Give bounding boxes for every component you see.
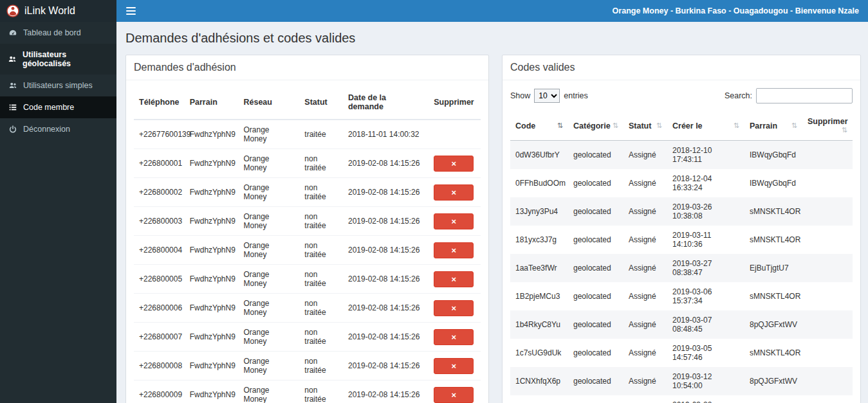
cell-statut: Assigné: [623, 141, 667, 170]
entries-label: entries: [564, 91, 588, 100]
column-header-sortable[interactable]: Statut⇅: [623, 111, 667, 141]
column-header-sortable[interactable]: Parrain⇅: [744, 111, 802, 141]
cell-cree-le: 2019-03-12 10:54:00: [667, 367, 744, 395]
sidebar-item-utilisateurs-simples[interactable]: Utilisateurs simples: [0, 75, 116, 96]
page-size-control: Show 10 entries: [510, 89, 588, 103]
sidebar-item-label: Utilisateurs simples: [23, 81, 93, 90]
demande-row: +226800001FwdhzYphN9Orange Moneynon trai…: [134, 149, 481, 178]
cell-categorie: geolocated: [568, 367, 623, 395]
cell-code: 1b4RkyC8Yu: [510, 310, 568, 339]
cell-supprimer: [802, 395, 853, 403]
delete-button[interactable]: ×: [434, 329, 474, 345]
delete-button[interactable]: ×: [434, 300, 474, 316]
cell-parrain: sMNSKTL4OR: [744, 226, 802, 254]
cell-parrain: 8pQJGFxtWV: [744, 367, 802, 395]
cell-telephone: +22677600139: [134, 120, 185, 149]
delete-button[interactable]: ×: [434, 213, 474, 229]
cell-reseau: Orange Money: [238, 323, 299, 352]
cell-telephone: +226800005: [134, 265, 185, 294]
demande-row: +226800006FwdhzYphN9Orange Moneynon trai…: [134, 294, 481, 323]
delete-button[interactable]: ×: [434, 271, 474, 287]
cell-code: 1aaTee3fWr: [510, 254, 568, 282]
column-header-sortable[interactable]: Supprimer⇅: [802, 111, 853, 141]
cell-code: 1c7sUG9dUk: [510, 339, 568, 367]
users-icon: [8, 55, 17, 64]
cell-date: 2019-02-08 14:15:26: [343, 149, 429, 178]
cell-statut: Assigné: [623, 367, 667, 395]
demandes-panel: Demandes d'adhésion TéléphoneParrainRése…: [125, 55, 489, 403]
cell-telephone: +226800003: [134, 207, 185, 236]
cell-cree-le: 2019-03-22 08:45:22: [667, 395, 744, 403]
demande-row: +226800009FwdhzYphN9Orange Moneynon trai…: [134, 381, 481, 403]
sort-icon[interactable]: ⇅: [734, 121, 739, 130]
sort-icon[interactable]: ⇅: [613, 121, 618, 130]
cell-reseau: Orange Money: [238, 294, 299, 323]
sidebar-item-deconnexion[interactable]: Déconnexion: [0, 118, 116, 140]
sidebar-item-tableau-de-bord[interactable]: Tableau de bord: [0, 22, 116, 44]
cell-cree-le: 2018-12-10 17:43:11: [667, 141, 744, 170]
cell-date: 2019-02-08 14:15:26: [343, 207, 429, 236]
cell-categorie: geolocated: [568, 282, 623, 310]
cell-parrain: FwdhzYphN9: [185, 265, 239, 294]
sort-icon[interactable]: ⇅: [842, 126, 847, 134]
column-header: Supprimer: [429, 85, 481, 120]
column-header-sortable[interactable]: Créer le⇅: [667, 111, 744, 141]
cell-statut: Assigné: [623, 226, 667, 254]
column-header-sortable[interactable]: Catégorie⇅: [568, 111, 623, 141]
demande-row: +22677600139FwdhzYphN9Orange Moneytraité…: [134, 120, 481, 149]
cell-supprimer: [802, 310, 853, 339]
delete-button[interactable]: ×: [434, 184, 474, 201]
search-input[interactable]: [756, 88, 853, 103]
cell-reseau: Orange Money: [238, 207, 299, 236]
delete-button[interactable]: ×: [434, 242, 474, 258]
sort-icon[interactable]: ⇅: [791, 121, 797, 130]
delete-button[interactable]: ×: [434, 358, 474, 374]
code-row: 1b4RkyC8YugeolocatedAssigné2019-03-07 08…: [510, 310, 853, 339]
cell-code: 1B2pjeMCu3: [510, 282, 568, 310]
cell-supprimer: [802, 339, 853, 367]
code-row: 181yxc3J7ggeolocatedAssigné2019-03-11 14…: [510, 226, 853, 254]
cell-statut: non traitée: [299, 178, 343, 207]
sidebar-toggle-button[interactable]: [116, 0, 145, 22]
sort-icon[interactable]: ⇅: [557, 121, 563, 130]
cell-reseau: Orange Money: [238, 178, 299, 207]
cell-supprimer: [802, 169, 853, 197]
sort-icon[interactable]: ⇅: [656, 121, 662, 130]
cell-parrain: sMNSKTL4OR: [744, 339, 802, 367]
cell-date: 2019-02-08 14:15:26: [343, 265, 429, 294]
cell-parrain: FwdhzYphN9: [185, 236, 239, 265]
code-row: 13Jyny3Pu4geolocatedAssigné2019-03-26 10…: [510, 197, 853, 226]
demande-row: +226800004FwdhzYphN9Orange Moneynon trai…: [134, 236, 481, 265]
cell-statut: Assigné: [623, 254, 667, 282]
cell-categorie: geolocated: [568, 339, 623, 367]
hamburger-icon: [126, 7, 136, 8]
code-row: 1CNXhfqX6pgeolocatedAssigné2019-03-12 10…: [510, 367, 853, 395]
column-header: Téléphone: [134, 85, 185, 120]
column-header-sortable[interactable]: Code⇅: [510, 111, 568, 141]
sidebar-item-code-membre[interactable]: Code membre: [0, 96, 116, 118]
page-size-select[interactable]: 10: [534, 89, 560, 103]
brand-logo[interactable]: iLink World: [0, 0, 116, 22]
sidebar-item-label: Code membre: [23, 103, 74, 112]
sidebar-item-label: Utilisateurs géolocalisés: [23, 50, 109, 68]
cell-code: 0FFhBudOOm: [510, 169, 568, 197]
delete-button[interactable]: ×: [434, 387, 474, 403]
sidebar: Tableau de bordUtilisateurs géolocalisés…: [0, 22, 116, 403]
cell-telephone: +226800002: [134, 178, 185, 207]
sidebar-item-utilisateurs-geolocalises[interactable]: Utilisateurs géolocalisés: [0, 44, 116, 75]
codes-panel-title: Codes valides: [510, 62, 853, 73]
cell-supprimer: [802, 254, 853, 282]
cell-parrain: FwdhzYphN9: [185, 120, 239, 149]
cell-statut: non traitée: [299, 381, 343, 403]
column-header: Date de la demande: [343, 85, 429, 120]
cell-statut: non traitée: [299, 207, 343, 236]
delete-button[interactable]: ×: [434, 156, 474, 172]
page-title: Demandes d'adhésions et codes valides: [125, 31, 859, 46]
x-icon: ×: [451, 390, 456, 400]
cell-reseau: Orange Money: [238, 381, 299, 403]
cell-categorie: geolocated: [568, 310, 623, 339]
brand-name: iLink World: [24, 5, 75, 17]
x-icon: ×: [451, 274, 456, 284]
column-header: Parrain: [185, 85, 239, 120]
cell-reseau: Orange Money: [238, 149, 299, 178]
